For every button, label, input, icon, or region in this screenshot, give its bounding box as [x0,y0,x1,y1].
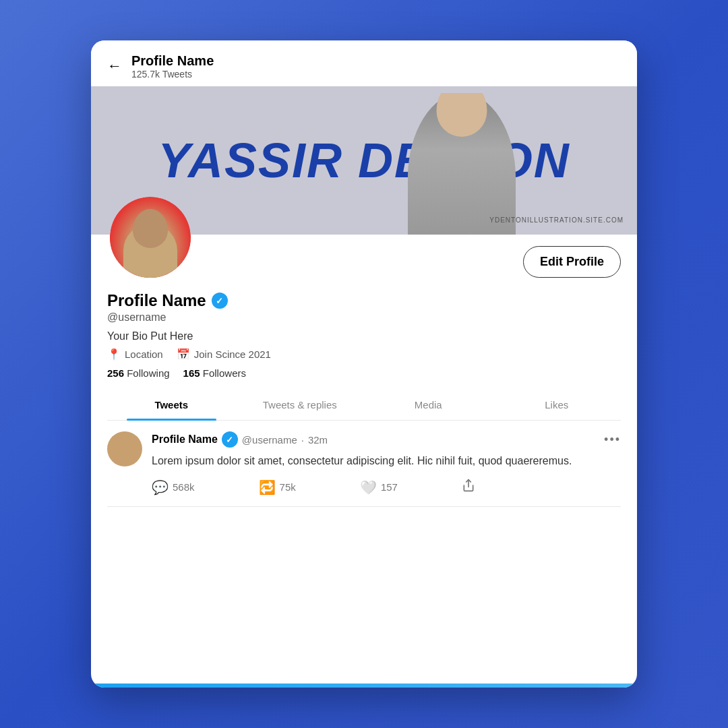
profile-tabs: Tweets Tweets & replies Media Likes [107,390,621,421]
profile-display-name: Profile Name [107,291,206,310]
top-bar-text: Profile Name 125.7k Tweets [131,53,214,80]
tweet-verified-badge [222,431,238,448]
retweet-action[interactable]: 🔁 75k [259,479,296,495]
following-count: 256 [107,367,124,379]
share-action[interactable] [462,479,475,495]
tweet-actions: 💬 568k 🔁 75k 🤍 157 [152,479,475,495]
join-date-item: 📅 Join Scince 2021 [177,348,271,361]
location-label: Location [125,348,163,360]
retweet-icon: 🔁 [259,479,276,495]
tweet-item: Profile Name @username · 32m ••• Lorem i… [107,431,621,495]
tab-media[interactable]: Media [364,390,493,420]
reply-count: 568k [173,481,195,493]
tweet-author-name: Profile Name [152,433,218,446]
banner-person-figure [408,93,516,235]
bottom-bar [91,684,637,688]
following-label: Following [127,367,169,379]
verified-badge-icon [212,293,228,309]
reply-action[interactable]: 💬 568k [152,479,195,495]
tab-tweets-replies[interactable]: Tweets & replies [236,390,365,420]
banner-person-head [437,93,487,137]
tweet-avatar [107,431,142,466]
tweet-header: Profile Name @username · 32m ••• [152,431,621,448]
location-item: 📍 Location [107,348,163,361]
location-icon: 📍 [107,348,121,361]
retweet-count: 75k [280,481,296,493]
banner-name-text: YASSIR DENTON [91,133,637,188]
following-item[interactable]: 256 Following [107,367,170,379]
followers-count: 165 [183,367,200,379]
like-action[interactable]: 🤍 157 [360,479,398,495]
reply-icon: 💬 [152,479,169,495]
followers-label: Followers [203,367,246,379]
tweet-area: Profile Name @username · 32m ••• Lorem i… [91,421,637,518]
phone-card: ← Profile Name 125.7k Tweets YASSIR DENT… [91,40,637,688]
avatar-face [110,197,191,278]
profile-name-row: Profile Name [107,291,621,310]
top-bar-profile-name: Profile Name [131,53,214,69]
profile-username: @username [107,311,621,324]
tweet-separator: · [301,434,304,446]
top-bar: ← Profile Name 125.7k Tweets [91,40,637,86]
banner-website-label: YDENTONILLUSTRATION.SITE.COM [489,216,624,224]
tweet-divider [107,506,621,507]
edit-profile-button[interactable]: Edit Profile [523,246,621,278]
tweet-more-button[interactable]: ••• [604,433,621,447]
tweet-time: 32m [308,434,328,446]
follow-row: 256 Following 165 Followers [107,367,621,379]
like-count: 157 [381,481,398,493]
tweet-text: Lorem ipsum dolor sit amet, consectetur … [152,453,621,469]
tab-likes[interactable]: Likes [493,390,621,420]
top-bar-tweet-count: 125.7k Tweets [131,69,214,80]
calendar-icon: 📅 [177,348,190,361]
join-date-label: Join Scince 2021 [194,348,271,360]
tab-tweets[interactable]: Tweets [107,390,236,420]
banner-person-body [408,93,516,235]
followers-item[interactable]: 165 Followers [183,367,246,379]
profile-section: Edit Profile Profile Name @username Your… [91,235,637,421]
profile-meta: 📍 Location 📅 Join Scince 2021 [107,348,621,361]
like-icon: 🤍 [360,479,377,495]
tweet-author-username: @username [242,434,297,446]
profile-bio: Your Bio Put Here [107,330,621,342]
back-arrow-icon[interactable]: ← [107,57,122,75]
share-icon [462,479,475,495]
tweet-content: Profile Name @username · 32m ••• Lorem i… [152,431,621,495]
